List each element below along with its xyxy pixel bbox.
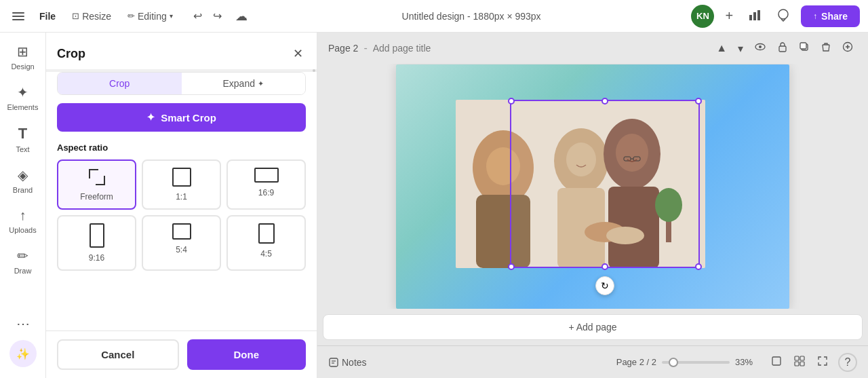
resize-button[interactable]: ⊡ Resize [66,8,117,24]
crop-handle-bottom-mid[interactable] [601,263,608,270]
page-title-input[interactable] [373,43,492,54]
crop-selection-overlay[interactable] [510,100,700,268]
smart-crop-icon: ✦ [146,111,155,124]
page-label: Page 2 [328,43,358,54]
crop-handle-bottom-left[interactable] [508,263,515,270]
resize-label: Resize [82,11,111,22]
crop-handle-top-mid[interactable] [601,98,608,105]
ratio-16-9-icon [254,168,279,183]
tab-crop[interactable]: Crop [58,73,182,94]
page-nav-prev-button[interactable]: ▲ [712,38,731,58]
aspect-card-4-5[interactable]: 4:5 [226,215,306,271]
svg-rect-30 [772,357,781,365]
elements-icon: ✦ [17,84,28,100]
aspect-card-1-1[interactable]: 1:1 [142,159,221,210]
notes-label: Notes [342,357,367,368]
main-layout: ⊞ Design ✦ Elements T Text ◈ Brand ↑ Upl… [0,33,868,378]
ratio-9-16-icon [90,223,104,248]
svg-rect-2 [757,10,760,20]
svg-rect-27 [330,358,338,366]
magic-button[interactable]: ✨ [9,340,37,367]
sidebar-item-brand[interactable]: ◈ Brand [4,162,42,200]
page-eye-button[interactable] [750,38,770,58]
view-single-button[interactable] [766,352,787,373]
page-action-buttons: ▲ ▾ [712,38,857,58]
ratio-4-5-icon [258,223,275,244]
page-lock-button[interactable] [773,38,792,58]
page-number: Page 2 / 2 [616,357,656,367]
notes-button[interactable]: Notes [328,357,367,368]
help-button[interactable]: ? [838,353,857,372]
page-copy-button[interactable] [795,38,814,58]
canvas-scroll[interactable]: ↻ [317,64,868,309]
redo-button[interactable]: ↪ [209,7,226,25]
page-dash: - [363,42,367,54]
cancel-button[interactable]: Cancel [57,339,179,370]
aspect-card-5-4[interactable]: 5:4 [142,215,221,271]
crop-handle-bottom-right[interactable] [695,263,702,270]
view-fullscreen-button[interactable] [812,352,833,373]
ratio-1-1-icon [172,168,191,187]
ratio-5-4-icon [172,223,191,240]
panel-title: Crop [57,47,85,61]
aspect-ratio-grid: Freeform 1:1 16:9 [57,159,306,271]
sidebar-item-draw[interactable]: ✏ Draw [4,242,42,280]
topbar: File ⊡ Resize ✏ Editing ▾ ↩ ↪ ☁ Untitled… [0,0,868,33]
user-avatar[interactable]: KN [691,5,714,28]
panel-tabs: Crop Expand ✦ [57,72,306,95]
view-buttons [766,352,833,373]
add-page-button[interactable]: + Add page [323,314,863,340]
aspect-card-16-9[interactable]: 16:9 [226,159,306,210]
sidebar-item-elements-label: Elements [7,103,39,111]
smart-crop-button[interactable]: ✦ Smart Crop [57,103,306,132]
image-container[interactable]: ↻ [456,100,705,268]
svg-rect-32 [800,356,804,360]
text-icon: T [18,125,27,143]
page-delete-button[interactable] [816,38,835,58]
crop-handle-top-right[interactable] [695,98,702,105]
aspect-card-9-16[interactable]: 9:16 [57,215,136,271]
panel-footer: Cancel Done [46,330,317,378]
comments-button[interactable] [772,5,794,27]
magic-icon: ✨ [16,347,30,360]
bottom-bar: Notes Page 2 / 2 33% ? [317,345,868,378]
sidebar-item-text[interactable]: T Text [4,119,42,159]
aspect-ratio-section: Aspect ratio Freeform 1:1 [46,143,317,279]
sidebar-item-more[interactable]: ⋯ [4,310,42,337]
zoom-slider[interactable] [662,361,730,364]
svg-rect-1 [753,12,756,20]
tab-expand[interactable]: Expand ✦ [182,73,306,94]
sidebar-item-design[interactable]: ⊞ Design [4,38,42,76]
share-label: Share [821,11,848,22]
sidebar-item-uploads-label: Uploads [9,226,36,234]
zoom-percent: 33% [735,357,761,367]
sidebar-item-uploads[interactable]: ↑ Uploads [4,202,42,240]
editing-pencil-icon: ✏ [127,11,135,21]
file-button[interactable]: File [34,8,61,24]
editing-button[interactable]: ✏ Editing ▾ [122,8,178,24]
svg-rect-0 [749,15,752,20]
svg-rect-33 [795,362,799,366]
cloud-save-icon[interactable]: ☁ [231,6,252,26]
done-button[interactable]: Done [187,339,307,370]
page-add-button[interactable] [838,38,857,58]
zoom-controls: 33% [662,357,761,367]
aspect-5-4-label: 5:4 [176,245,187,254]
undo-button[interactable]: ↩ [189,7,206,25]
hamburger-menu-icon[interactable] [8,8,28,24]
sidebar-item-elements[interactable]: ✦ Elements [4,79,42,117]
share-button[interactable]: ↑ Share [801,5,860,27]
sidebar: ⊞ Design ✦ Elements T Text ◈ Brand ↑ Upl… [0,33,46,378]
draw-icon: ✏ [17,248,28,264]
uploads-icon: ↑ [20,208,26,223]
rotate-handle[interactable]: ↻ [595,276,614,295]
view-grid-button[interactable] [789,352,810,373]
canvas-page: ↻ [396,64,789,309]
panel-close-button[interactable]: ✕ [290,43,306,64]
canvas-area: Page 2 - ▲ ▾ [317,33,868,378]
add-collaborator-button[interactable]: + [721,5,737,26]
page-nav-next-button[interactable]: ▾ [734,38,747,58]
analytics-button[interactable] [744,5,766,27]
crop-handle-top-left[interactable] [508,98,515,105]
aspect-card-freeform[interactable]: Freeform [57,159,136,210]
